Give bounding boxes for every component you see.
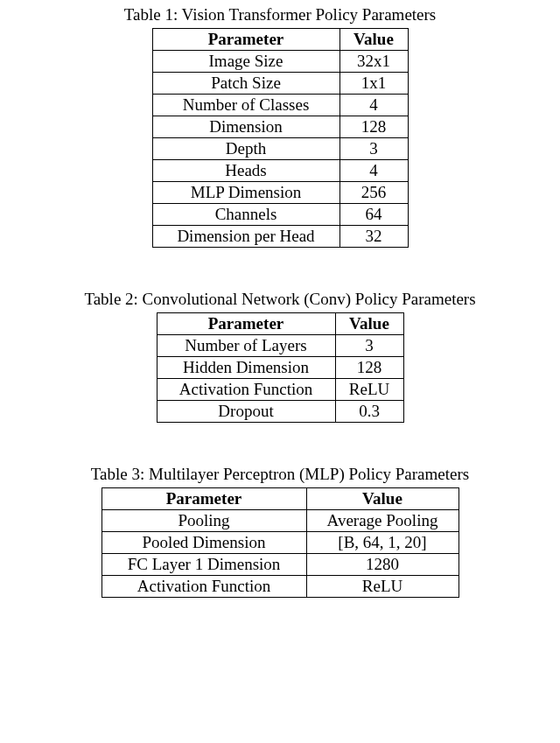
- param-cell: Channels: [152, 204, 340, 226]
- table-2-caption: Table 2: Convolutional Network (Conv) Po…: [84, 290, 475, 309]
- value-cell: 1x1: [340, 73, 408, 95]
- table-row: Dimension128: [152, 116, 408, 138]
- param-cell: Dropout: [157, 401, 335, 423]
- value-cell: 0.3: [335, 401, 403, 423]
- param-cell: FC Layer 1 Dimension: [102, 554, 306, 576]
- value-cell: Average Pooling: [306, 510, 458, 532]
- param-cell: Patch Size: [152, 73, 340, 95]
- value-cell: 4: [340, 160, 408, 182]
- table-row: Dimension per Head32: [152, 226, 408, 248]
- table-row: Patch Size1x1: [152, 73, 408, 95]
- col-header-parameter: Parameter: [152, 29, 340, 51]
- col-header-value: Value: [306, 488, 458, 510]
- col-header-value: Value: [340, 29, 408, 51]
- table-1: Parameter Value Image Size32x1 Patch Siz…: [152, 28, 409, 248]
- col-header-parameter: Parameter: [157, 313, 335, 335]
- param-cell: Pooled Dimension: [102, 532, 306, 554]
- table-2: Parameter Value Number of Layers3 Hidden…: [157, 312, 404, 423]
- table-3: Parameter Value PoolingAverage Pooling P…: [102, 487, 459, 598]
- param-cell: Pooling: [102, 510, 306, 532]
- param-cell: Image Size: [152, 51, 340, 73]
- table-row: PoolingAverage Pooling: [102, 510, 458, 532]
- table-1-caption: Table 1: Vision Transformer Policy Param…: [124, 5, 437, 25]
- value-cell: 3: [340, 138, 408, 160]
- value-cell: 1280: [306, 554, 458, 576]
- table-row: Pooled Dimension[B, 64, 1, 20]: [102, 532, 458, 554]
- value-cell: 64: [340, 204, 408, 226]
- table-3-caption: Table 3: Multilayer Perceptron (MLP) Pol…: [91, 465, 469, 484]
- param-cell: Activation Function: [102, 576, 306, 598]
- col-header-parameter: Parameter: [102, 488, 306, 510]
- value-cell: 4: [340, 95, 408, 116]
- table-row: Hidden Dimension128: [157, 357, 403, 379]
- table-row: FC Layer 1 Dimension1280: [102, 554, 458, 576]
- table-row: Activation FunctionReLU: [102, 576, 458, 598]
- param-cell: MLP Dimension: [152, 182, 340, 204]
- value-cell: 128: [340, 116, 408, 138]
- value-cell: ReLU: [306, 576, 458, 598]
- param-cell: Number of Classes: [152, 95, 340, 116]
- table-header-row: Parameter Value: [102, 488, 458, 510]
- table-row: Number of Classes4: [152, 95, 408, 116]
- table-row: Heads4: [152, 160, 408, 182]
- param-cell: Dimension: [152, 116, 340, 138]
- param-cell: Dimension per Head: [152, 226, 340, 248]
- table-row: Activation FunctionReLU: [157, 379, 403, 401]
- param-cell: Heads: [152, 160, 340, 182]
- col-header-value: Value: [335, 313, 403, 335]
- param-cell: Number of Layers: [157, 335, 335, 357]
- table-header-row: Parameter Value: [152, 29, 408, 51]
- value-cell: [B, 64, 1, 20]: [306, 532, 458, 554]
- table-row: Channels64: [152, 204, 408, 226]
- table-row: Image Size32x1: [152, 51, 408, 73]
- value-cell: 128: [335, 357, 403, 379]
- param-cell: Hidden Dimension: [157, 357, 335, 379]
- table-row: MLP Dimension256: [152, 182, 408, 204]
- table-row: Dropout0.3: [157, 401, 403, 423]
- table-header-row: Parameter Value: [157, 313, 403, 335]
- param-cell: Depth: [152, 138, 340, 160]
- value-cell: ReLU: [335, 379, 403, 401]
- value-cell: 256: [340, 182, 408, 204]
- value-cell: 32x1: [340, 51, 408, 73]
- table-row: Depth3: [152, 138, 408, 160]
- value-cell: 32: [340, 226, 408, 248]
- value-cell: 3: [335, 335, 403, 357]
- param-cell: Activation Function: [157, 379, 335, 401]
- page-content: Table 1: Vision Transformer Policy Param…: [0, 0, 560, 598]
- table-row: Number of Layers3: [157, 335, 403, 357]
